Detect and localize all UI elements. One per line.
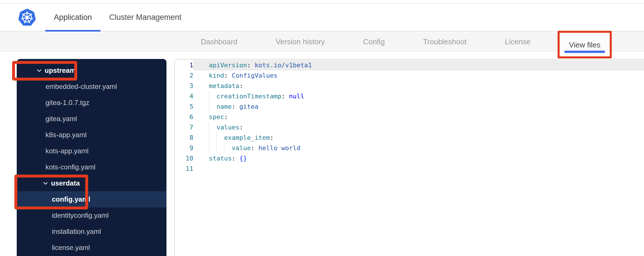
tree-item-label: kots-config.yaml [46,163,95,171]
code-token: creationTimestamp [216,93,281,100]
code-line-content[interactable] [193,164,644,174]
subnav-tab-license[interactable]: License [496,32,539,51]
code-line-content[interactable]: creationTimestamp: null [193,91,644,102]
code-line-content[interactable]: apiVersion: kots.io/v1beta1 [193,60,644,70]
code-token: : [239,82,243,89]
code-line-5[interactable]: 5name: gitea [175,102,644,112]
header-tab-application[interactable]: Application [45,4,101,31]
code-token: value [232,144,251,152]
code-editor[interactable]: 1apiVersion: kots.io/v1beta12kind: Confi… [174,59,644,256]
code-token: : [224,113,228,121]
active-tab-underline [45,30,101,32]
subnav-tab-version-history[interactable]: Version history [267,32,334,51]
line-number[interactable]: 1 [175,60,193,70]
line-number[interactable]: 6 [175,112,193,122]
subnav-tab-view-files[interactable]: View files [560,32,609,58]
code-line-content[interactable]: name: gitea [193,102,644,112]
header-tab-label: Application [54,13,92,22]
subnav-tab-label: Dashboard [201,37,237,46]
tree-item-label: license.yaml [52,244,90,252]
tree-file-kots-config-yaml[interactable]: kots-config.yaml [17,159,166,175]
header-tab-label: Cluster Management [109,13,181,22]
tree-file-embedded-cluster-yaml[interactable]: embedded-cluster.yaml [17,79,166,95]
code-line-content[interactable]: value: hello world [193,143,644,153]
code-token: metadata [209,82,239,89]
code-line-6[interactable]: 6spec: [175,112,644,122]
line-number[interactable]: 11 [175,164,193,174]
tree-item-label: userdata [51,179,80,187]
tree-file-installation-yaml[interactable]: installation.yaml [17,223,166,240]
file-tree-panel: upstreamembedded-cluster.yamlgitea-1.0.7… [17,59,166,256]
code-token: : [281,93,285,100]
tree-file-kots-app-yaml[interactable]: kots-app.yaml [17,143,166,159]
indent-guide [209,143,216,153]
chevron-down-icon [37,69,41,72]
code-token: : [251,144,255,152]
code-token: values [216,124,239,131]
code-token: : [239,124,243,131]
code-line-content[interactable]: values: [193,122,644,133]
indent-guide [209,122,216,133]
tree-item-label: upstream [45,66,76,74]
line-number[interactable]: 9 [175,143,193,153]
subnav-tab-label: Version history [276,37,325,46]
line-number[interactable]: 8 [175,133,193,143]
header-tab-cluster-management[interactable]: Cluster Management [101,4,190,31]
line-number[interactable]: 7 [175,122,193,133]
code-line-content[interactable]: metadata: [193,81,644,91]
tree-item-label: gitea.yaml [46,115,77,123]
code-token: status [209,155,232,162]
code-line-2[interactable]: 2kind: ConfigValues [175,70,644,81]
indent-guide [209,91,216,102]
code-token: kind [209,72,224,79]
subnav-tab-config[interactable]: Config [355,32,393,51]
kots-admin-console: ApplicationCluster Management DashboardV… [0,0,644,256]
tree-file-license-yaml[interactable]: license.yaml [17,240,166,256]
code-line-3[interactable]: 3metadata: [175,81,644,91]
kubernetes-logo [18,8,36,27]
tree-file-gitea-yaml[interactable]: gitea.yaml [17,111,166,127]
code-line-content[interactable]: example_item: [193,133,644,143]
code-token: example_item [224,134,270,141]
tree-file-k8s-app-yaml[interactable]: k8s-app.yaml [17,127,166,143]
code-line-content[interactable]: spec: [193,112,644,122]
tree-item-label: identityconfig.yaml [52,211,109,219]
tree-item-label: kots-app.yaml [46,147,88,155]
line-number[interactable]: 3 [175,81,193,91]
code-line-content[interactable]: status: {} [193,153,644,164]
code-token: null [285,93,304,100]
code-line-8[interactable]: 8example_item: [175,133,644,143]
code-line-9[interactable]: 9value: hello world [175,143,644,153]
tree-folder-upstream[interactable]: upstream [17,62,166,79]
code-token: name [216,103,232,110]
code-line-4[interactable]: 4creationTimestamp: null [175,91,644,102]
app-subnav: DashboardVersion historyConfigTroublesho… [0,32,644,51]
code-line-1[interactable]: 1apiVersion: kots.io/v1beta1 [175,60,644,70]
indent-guide [209,102,216,112]
subnav-tab-label: Troubleshoot [423,37,467,46]
code-token: : [232,103,235,110]
tree-file-gitea-1-0-7-tgz[interactable]: gitea-1.0.7.tgz [17,95,166,111]
tree-item-label: config.yaml [52,195,90,203]
line-number[interactable]: 5 [175,102,193,112]
subnav-tab-dashboard[interactable]: Dashboard [192,32,246,51]
code-line-11[interactable]: 11 [175,164,644,174]
subnav-tab-troubleshoot[interactable]: Troubleshoot [414,32,475,51]
code-token: spec [209,113,224,121]
tree-item-label: installation.yaml [52,228,101,236]
code-token: : [270,134,274,141]
tree-folder-userdata[interactable]: userdata [17,175,166,191]
code-token: {} [236,155,247,162]
tree-file-identityconfig-yaml[interactable]: identityconfig.yaml [17,207,166,223]
code-line-10[interactable]: 10status: {} [175,153,644,164]
subnav-tabs: DashboardVersion historyConfigTroublesho… [0,32,644,51]
line-number[interactable]: 10 [175,153,193,164]
code-line-7[interactable]: 7values: [175,122,644,133]
code-line-content[interactable]: kind: ConfigValues [193,70,644,81]
tree-file-config-yaml[interactable]: config.yaml [17,191,166,207]
code-token: ConfigValues [228,72,277,79]
indent-guide [216,143,224,153]
subnav-tab-label: Config [363,37,385,46]
line-number[interactable]: 2 [175,70,193,81]
line-number[interactable]: 4 [175,91,193,102]
